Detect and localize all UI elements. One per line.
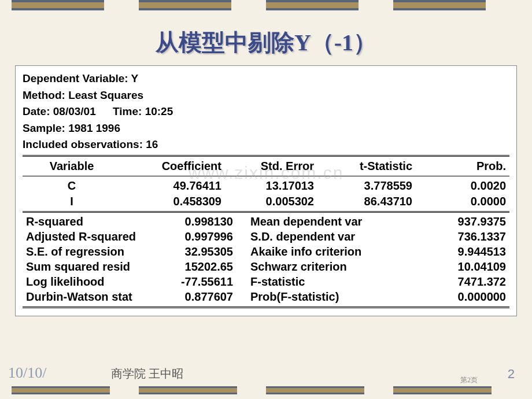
table-row: Sum squared resid 15202.65 Schwarz crite… bbox=[23, 260, 509, 275]
regression-header: Dependent Variable: Y Method: Least Squa… bbox=[23, 71, 509, 153]
divider bbox=[23, 176, 509, 176]
col-prob: Prob. bbox=[416, 158, 509, 174]
page-title: 从模型中剔除Y（-1） bbox=[0, 27, 532, 58]
page-number: 2 bbox=[508, 367, 515, 382]
table-row: I 0.458309 0.005302 86.43710 0.0000 bbox=[23, 194, 509, 209]
col-t-statistic: t-Statistic bbox=[317, 158, 416, 174]
divider bbox=[23, 155, 509, 157]
included-observations: Included observations: 16 bbox=[23, 136, 158, 153]
page-number-small: 第2页 bbox=[460, 375, 478, 385]
sample: Sample: 1981 1996 bbox=[23, 120, 120, 137]
table-row: R-squared 0.998130 Mean dependent var 93… bbox=[23, 215, 509, 230]
top-decorative-bars bbox=[0, 0, 532, 21]
table-row: Adjusted R-squared 0.997996 S.D. depende… bbox=[23, 230, 509, 245]
footer-date: 10/10/ bbox=[8, 364, 46, 382]
coefficient-rows: C 49.76411 13.17013 3.778559 0.0020 I 0.… bbox=[23, 178, 509, 209]
footer-author: 商学院 王中昭 bbox=[111, 366, 183, 382]
divider bbox=[23, 211, 509, 213]
coefficient-table: Variable Coefficient Std. Error t-Statis… bbox=[23, 158, 509, 174]
table-row: Durbin-Watson stat 0.877607 Prob(F-stati… bbox=[23, 290, 509, 305]
regression-output: Dependent Variable: Y Method: Least Squa… bbox=[15, 65, 517, 316]
col-variable: Variable bbox=[23, 158, 121, 174]
date: Date: 08/03/01 bbox=[23, 104, 96, 120]
statistics-table: R-squared 0.998130 Mean dependent var 93… bbox=[23, 215, 509, 305]
bottom-decorative-bars bbox=[0, 386, 532, 399]
divider bbox=[23, 306, 509, 308]
time: Time: 10:25 bbox=[113, 104, 173, 120]
table-row: C 49.76411 13.17013 3.778559 0.0020 bbox=[23, 178, 509, 194]
table-row: Log likelihood -77.55611 F-statistic 747… bbox=[23, 275, 509, 290]
table-row: S.E. of regression 32.95305 Akaike info … bbox=[23, 245, 509, 260]
dependent-variable: Dependent Variable: Y bbox=[23, 71, 138, 87]
col-std-error: Std. Error bbox=[225, 158, 317, 174]
col-coefficient: Coefficient bbox=[121, 158, 225, 174]
method: Method: Least Squares bbox=[23, 87, 143, 104]
